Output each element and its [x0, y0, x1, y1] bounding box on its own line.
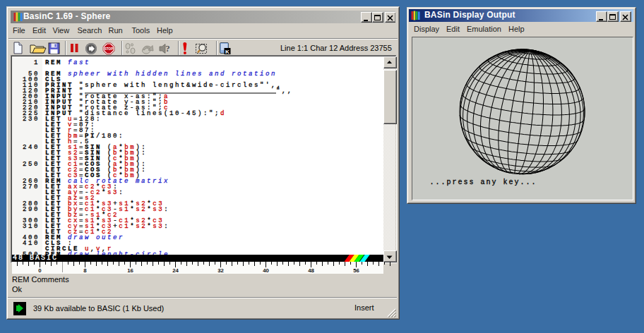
svg-text:16: 16: [127, 267, 133, 274]
svg-text:0: 0: [38, 267, 42, 274]
svg-text:?: ?: [165, 43, 170, 54]
svg-text:STOP: STOP: [105, 47, 113, 51]
svg-text:K: K: [225, 49, 229, 55]
svg-text:56: 56: [353, 267, 359, 274]
svg-text:32: 32: [217, 267, 224, 274]
svg-text:8: 8: [83, 267, 87, 274]
svg-text:24: 24: [172, 267, 179, 274]
svg-text:48: 48: [308, 267, 314, 274]
svg-text:40: 40: [263, 267, 269, 274]
